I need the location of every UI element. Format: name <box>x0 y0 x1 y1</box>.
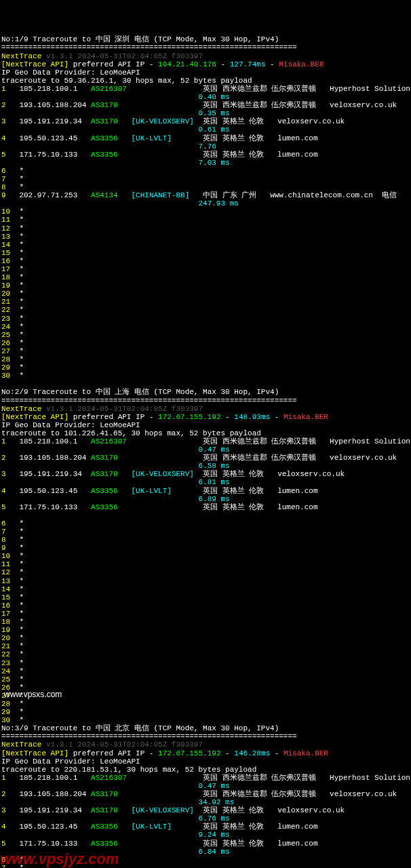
trace-header: No:2/9 Traceroute to 中国 上海 电信 (TCP Mode,… <box>1 388 410 396</box>
terminal-output: No:1/9 Traceroute to 中国 深圳 电信 (TCP Mode,… <box>1 35 410 868</box>
trace-header: No:1/9 Traceroute to 中国 深圳 电信 (TCP Mode,… <box>1 35 410 43</box>
trace-header: No:3/9 Traceroute to 中国 北京 电信 (TCP Mode,… <box>1 724 410 732</box>
